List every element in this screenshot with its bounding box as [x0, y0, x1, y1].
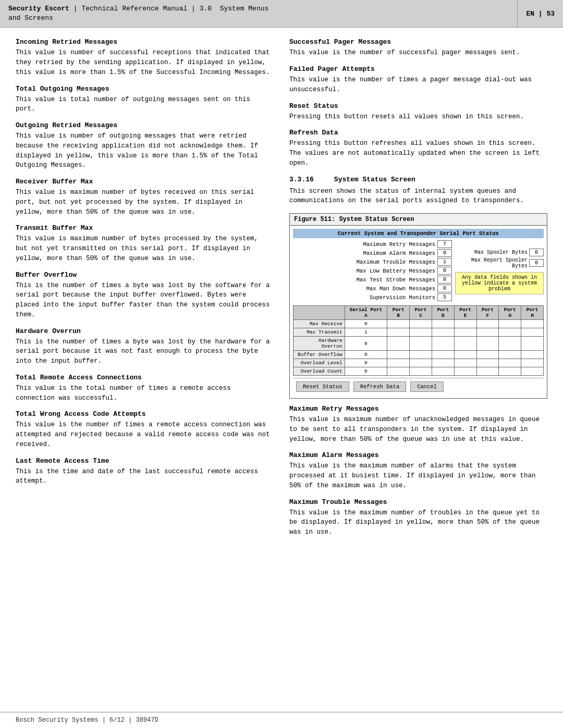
cell-overloadcount-h — [521, 367, 544, 376]
col-header-portf: Port F — [476, 306, 499, 320]
table-row: Max Receive 0 — [293, 320, 544, 328]
section-last-remote: Last Remote Access Time This is the time… — [16, 457, 274, 487]
footer-text: Bosch Security Systems | 6/12 | 38947D — [16, 717, 158, 724]
section-max-retry: Maximum Retry Messages This value is max… — [289, 405, 547, 444]
stat-value-mandown: 0 — [437, 285, 452, 292]
status-bar: Current System and Transponder Serial Po… — [293, 229, 544, 238]
cell-bufoverflow-e — [454, 351, 476, 359]
stat-row-spooler: Max Spooler Bytes 0 — [455, 249, 544, 256]
col-header-porth: Port H — [521, 306, 544, 320]
header-subtitle: and Screens — [8, 14, 53, 22]
cell-overloadcount-f — [476, 367, 499, 376]
section-title-max-trouble: Maximum Trouble Messages — [289, 498, 547, 506]
cell-bufoverflow-a: 0 — [345, 351, 387, 359]
cancel-button[interactable]: Cancel — [410, 381, 444, 392]
section-title-max-retry: Maximum Retry Messages — [289, 405, 547, 413]
section-body-last-remote: This is the time and date of the last su… — [16, 467, 274, 487]
cell-overloadlevel-f — [476, 359, 499, 367]
section-outgoing-retried: Outgoing Retried Messages This value is … — [16, 121, 274, 170]
stat-row-battery: Max Low Battery Messages 0 — [293, 267, 452, 275]
table-row: Overload Count 0 — [293, 367, 544, 376]
col-header-empty — [293, 306, 345, 320]
section-receiver-buffer: Receiver Buffer Max This value is maximu… — [16, 178, 274, 217]
section-body-buffer-overflow: This is the number of times a byte was l… — [16, 281, 274, 320]
section-body-total-outgoing: This value is total number of outgoing m… — [16, 95, 274, 115]
page-header: Security Escort | Technical Reference Ma… — [0, 0, 563, 28]
section-buffer-overflow: Buffer Overflow This is the number of ti… — [16, 271, 274, 320]
section-body-reset-status: Pressing this button resets all values s… — [289, 112, 547, 122]
cell-overloadcount-d — [432, 367, 454, 376]
cell-receive-a: 0 — [345, 320, 387, 328]
cell-hwoverrun-f — [476, 337, 499, 351]
section-title-transmit-buffer: Transmit Buffer Max — [16, 224, 274, 232]
cell-receive-b — [387, 320, 410, 328]
right-stats-note: Max Spooler Bytes 0 Max Report Spooler B… — [455, 240, 544, 302]
section-body-refresh-data: Pressing this button refreshes all value… — [289, 139, 547, 168]
section-hardware-overrun: Hardware Overrun This is the number of t… — [16, 327, 274, 366]
section-total-remote: Total Remote Access Connections This val… — [16, 374, 274, 403]
cell-bufoverflow-d — [432, 351, 454, 359]
stat-row-retry: Maximum Retry Messages 7 — [293, 240, 452, 248]
row-label-max-transmit: Max Transmit — [293, 328, 345, 337]
stat-label-battery: Max Low Battery Messages — [293, 268, 437, 274]
cell-transmit-g — [499, 328, 521, 337]
stat-value-alarm: 0 — [437, 249, 452, 257]
stat-value-report-spooler: 0 — [529, 259, 544, 267]
stat-value-trouble: 1 — [437, 258, 452, 266]
cell-overloadlevel-b — [387, 359, 410, 367]
section-title-total-outgoing: Total Outgoing Messages — [16, 85, 274, 93]
stat-value-battery: 0 — [437, 267, 452, 275]
cell-bufoverflow-g — [499, 351, 521, 359]
cell-transmit-d — [432, 328, 454, 337]
stat-value-strobe: 0 — [437, 276, 452, 283]
refresh-data-button[interactable]: Refresh Data — [353, 381, 407, 392]
col-header-porte: Port E — [454, 306, 476, 320]
section-body-transmit-buffer: This value is maximum number of bytes pr… — [16, 234, 274, 263]
cell-overloadlevel-d — [432, 359, 454, 367]
cell-transmit-h — [521, 328, 544, 337]
section-refresh-data: Refresh Data Pressing this button refres… — [289, 129, 547, 168]
section-reset-status: Reset Status Pressing this button resets… — [289, 102, 547, 122]
col-header-porta: Serial Port A — [345, 306, 387, 320]
row-label-overload-count: Overload Count — [293, 367, 345, 376]
section-title-refresh-data: Refresh Data — [289, 129, 547, 137]
figure-content: Current System and Transponder Serial Po… — [290, 226, 547, 398]
left-stats: Maximum Retry Messages 7 Maximum Alarm M… — [293, 240, 452, 302]
section-title-max-alarm: Maximum Alarm Messages — [289, 451, 547, 459]
cell-bufoverflow-c — [410, 351, 432, 359]
cell-hwoverrun-h — [521, 337, 544, 351]
col-header-portg: Port G — [499, 306, 521, 320]
cell-receive-d — [432, 320, 454, 328]
stat-row-mandown: Max Man Down Messages 0 — [293, 285, 452, 292]
reset-status-button[interactable]: Reset Status — [296, 381, 349, 392]
section-number: 3.3.16 System Status Screen — [289, 176, 547, 183]
stat-row-strobe: Max Test Strobe Messages 0 — [293, 276, 452, 283]
cell-overloadcount-a: 0 — [345, 367, 387, 376]
cell-receive-f — [476, 320, 499, 328]
stat-label-supervision: Supervision Monitors — [293, 294, 437, 301]
row-label-max-receive: Max Receive — [293, 320, 345, 328]
col-header-portb: Port B — [387, 306, 410, 320]
cell-bufoverflow-b — [387, 351, 410, 359]
section-title-receiver-buffer: Receiver Buffer Max — [16, 178, 274, 186]
cell-transmit-b — [387, 328, 410, 337]
section-system-status: 3.3.16 System Status Screen This screen … — [289, 176, 547, 206]
stat-label-retry: Maximum Retry Messages — [293, 241, 437, 248]
right-column: Successful Pager Messages This value is … — [289, 38, 547, 701]
cell-hwoverrun-a: 0 — [345, 337, 387, 351]
row-label-buf-overflow: Buffer Overflow — [293, 351, 345, 359]
section-body-max-trouble: This value is the maximum number of trou… — [289, 508, 547, 537]
section-title-incoming-retried: Incoming Retried Messages — [16, 38, 274, 46]
section-max-alarm: Maximum Alarm Messages This value is the… — [289, 451, 547, 490]
stat-label-strobe: Max Test Strobe Messages — [293, 277, 437, 283]
section-title-last-remote: Last Remote Access Time — [16, 457, 274, 465]
section-title-reset-status: Reset Status — [289, 102, 547, 110]
stat-row-report-spooler: Max Report Spooler Bytes 0 — [455, 257, 544, 269]
section-title-successful-pager: Successful Pager Messages — [289, 38, 547, 46]
serial-table: Serial Port A Port B Port C Port D Port … — [293, 305, 544, 376]
stat-label-alarm: Maximum Alarm Messages — [293, 250, 437, 256]
section-failed-pager: Failed Pager Attempts This value is the … — [289, 65, 547, 95]
cell-hwoverrun-g — [499, 337, 521, 351]
status-grid: Maximum Retry Messages 7 Maximum Alarm M… — [293, 240, 544, 302]
section-body-max-alarm: This value is the maximum number of alar… — [289, 461, 547, 490]
